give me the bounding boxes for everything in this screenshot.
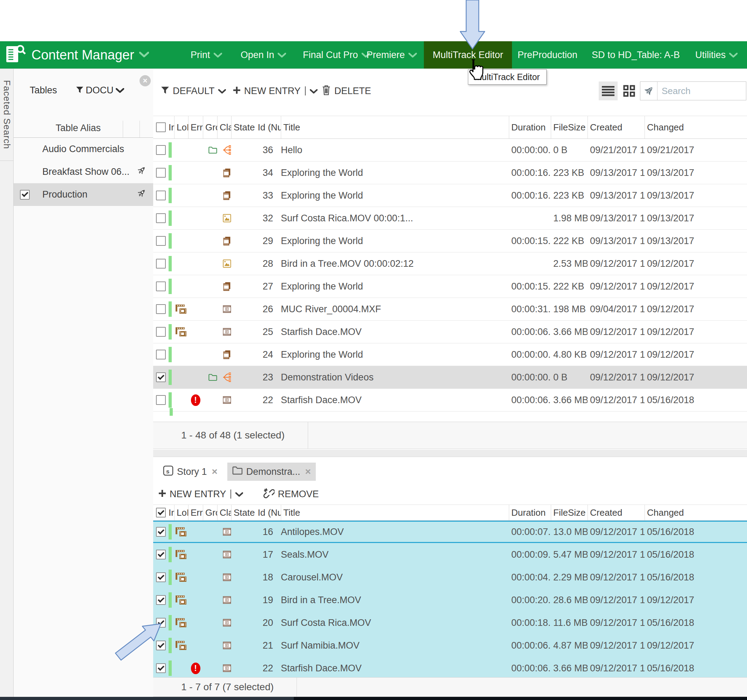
- hand-cursor-icon: [466, 58, 483, 83]
- column-header-table-alias[interactable]: Table Alias: [56, 118, 101, 138]
- table-row[interactable]: 18Carousel.MOV00:00:04....2.29 MB09/12/2…: [153, 566, 747, 589]
- faceted-search-strip[interactable]: Faceted Search: [0, 69, 14, 697]
- column-header[interactable]: FileSize: [551, 116, 588, 139]
- table-row[interactable]: 36Hello00:00:00....0 B09/21/2017 1...09/…: [153, 139, 747, 162]
- row-checkbox[interactable]: [153, 566, 169, 588]
- column-header[interactable]: LoRe: [174, 505, 188, 520]
- table-row[interactable]: 25Starfish Dace.MOV00:00:06....3.66 MB09…: [153, 321, 747, 343]
- menu-item-premiere[interactable]: Premiere: [366, 41, 417, 68]
- cell-state: [231, 162, 258, 184]
- table-row[interactable]: !22Starfish Dace.MOV00:00:06....3.66 MB0…: [153, 389, 747, 411]
- table-row[interactable]: 19Bird in a Tree.MOV00:00:20....28.6 MB0…: [153, 589, 747, 612]
- tab-demonstration[interactable]: Demonstra... ×: [227, 463, 316, 481]
- search-box[interactable]: [640, 82, 746, 100]
- cell-id: 34: [258, 162, 281, 184]
- column-header[interactable]: Id (Numb: [258, 116, 281, 139]
- column-header[interactable]: Class: [217, 505, 231, 520]
- row-checkbox[interactable]: [153, 162, 169, 184]
- new-entry-button[interactable]: NEW ENTRY: [159, 489, 243, 500]
- table-row[interactable]: 17Seals.MOV00:00:09....5.47 MB09/12/2017…: [153, 543, 747, 566]
- row-checkbox[interactable]: [20, 190, 30, 200]
- remove-button[interactable]: REMOVE: [263, 487, 319, 501]
- column-header[interactable]: Created: [588, 116, 644, 139]
- column-header[interactable]: Grou: [203, 505, 217, 520]
- table-row[interactable]: 34Exploring the World00:00:16....223 KB0…: [153, 162, 747, 184]
- row-checkbox[interactable]: [153, 139, 169, 161]
- column-header[interactable]: Changed: [644, 505, 747, 520]
- row-checkbox[interactable]: [153, 543, 169, 566]
- app-brand[interactable]: Content Manager: [5, 41, 149, 68]
- column-header[interactable]: LoRe: [174, 116, 188, 139]
- menu-item-open-in[interactable]: Open In: [240, 41, 286, 68]
- row-checkbox[interactable]: [153, 366, 169, 389]
- column-header[interactable]: Duration: [509, 505, 551, 520]
- select-all-checkbox[interactable]: [153, 505, 169, 520]
- column-header[interactable]: Changed: [644, 116, 747, 139]
- table-row[interactable]: !22Starfish Dace.MOV00:00:06....3.66 MB0…: [153, 657, 747, 680]
- table-alias-row[interactable]: Breakfast Show 06...: [14, 160, 153, 183]
- cell-duration: 00:00:15....: [509, 275, 551, 298]
- row-checkbox[interactable]: [153, 321, 169, 343]
- bottom-scrollbar[interactable]: [0, 697, 294, 700]
- column-header[interactable]: Error: [188, 116, 203, 139]
- bottom-scrollbar[interactable]: [294, 697, 747, 700]
- cell-duration: 00:00:00....: [509, 343, 551, 366]
- close-icon[interactable]: ×: [305, 466, 310, 477]
- menu-item-preproduction[interactable]: PreProduction: [517, 41, 578, 68]
- menu-item-sd-to-hd-table[interactable]: SD to HD_Table: A-B: [592, 41, 680, 68]
- row-checkbox[interactable]: [153, 389, 169, 411]
- row-checkbox[interactable]: [153, 275, 169, 298]
- menu-item-utilities[interactable]: Utilities: [695, 41, 738, 68]
- column-header[interactable]: Title: [281, 505, 509, 520]
- table-row[interactable]: 23Demonstration Videos00:00:00....0 B09/…: [153, 366, 747, 389]
- column-header[interactable]: Error: [188, 505, 203, 520]
- new-entry-button[interactable]: NEW ENTRY: [233, 82, 318, 100]
- column-header[interactable]: Class: [217, 116, 231, 139]
- tab-story-1[interactable]: s Story 1 ×: [158, 463, 222, 481]
- row-checkbox[interactable]: [153, 207, 169, 229]
- search-input[interactable]: [658, 82, 746, 100]
- column-header[interactable]: In: [169, 116, 174, 139]
- column-header[interactable]: In: [169, 505, 174, 520]
- column-header[interactable]: Title: [281, 116, 509, 139]
- table-alias-row[interactable]: Audio Commercials: [14, 138, 153, 160]
- table-row[interactable]: 33Exploring the World00:00:16....223 KB0…: [153, 184, 747, 207]
- close-icon[interactable]: ×: [212, 466, 218, 477]
- row-checkbox[interactable]: [153, 589, 169, 611]
- table-row[interactable]: 21Surf Namibia.MOV00:00:06....4.87 MB09/…: [153, 634, 747, 657]
- cell-changed: 05/16/2018: [644, 543, 747, 566]
- menu-item-print[interactable]: Print: [191, 41, 222, 68]
- row-checkbox[interactable]: [153, 184, 169, 207]
- table-alias-row-selected[interactable]: Production: [14, 183, 153, 206]
- row-checkbox[interactable]: [153, 230, 169, 252]
- table-row[interactable]: 20Surf Costa Rica.MOV00:00:18....11.6 MB…: [153, 612, 747, 634]
- row-checkbox[interactable]: [153, 298, 169, 320]
- row-checkbox[interactable]: [153, 521, 169, 543]
- table-filter-dropdown[interactable]: DOCU: [76, 85, 124, 96]
- column-header[interactable]: State: [231, 116, 258, 139]
- table-row[interactable]: 29Exploring the World00:00:15....222 KB0…: [153, 230, 747, 252]
- table-row[interactable]: 16Antilopes.MOV00:00:07....13.0 MB09/12/…: [153, 521, 747, 543]
- row-checkbox[interactable]: [153, 343, 169, 366]
- column-header[interactable]: Grou: [203, 116, 217, 139]
- table-row[interactable]: 28Bird in a Tree.MOV 00:00:02:122.53 MB0…: [153, 252, 747, 275]
- delete-button[interactable]: DELETE: [322, 82, 371, 100]
- table-row[interactable]: 24Exploring the World00:00:00....4.80 KB…: [153, 343, 747, 366]
- close-icon[interactable]: ×: [139, 75, 151, 86]
- column-header[interactable]: State: [231, 505, 258, 520]
- column-header[interactable]: Id (Numb: [258, 505, 281, 520]
- list-view-button[interactable]: [599, 82, 618, 100]
- select-all-checkbox[interactable]: [153, 116, 169, 139]
- cell-id: 21: [258, 634, 281, 657]
- default-filter-button[interactable]: DEFAULT: [161, 82, 226, 100]
- row-checkbox[interactable]: [153, 252, 169, 275]
- menu-item-final-cut-pro[interactable]: Final Cut Pro: [303, 41, 370, 68]
- table-row[interactable]: 32Surf Costa Rica.MOV 00:00:1...1.98 MB0…: [153, 207, 747, 230]
- column-header[interactable]: FileSize: [551, 505, 588, 520]
- column-header[interactable]: Duration: [509, 116, 551, 139]
- table-row[interactable]: 26MUC River_00004.MXF00:00:31....198 MB0…: [153, 298, 747, 321]
- panel-splitter[interactable]: [153, 450, 747, 457]
- column-header[interactable]: Created: [588, 505, 644, 520]
- table-row[interactable]: 27Exploring the World00:00:15....222 KB0…: [153, 275, 747, 298]
- grid-view-button[interactable]: [620, 82, 638, 100]
